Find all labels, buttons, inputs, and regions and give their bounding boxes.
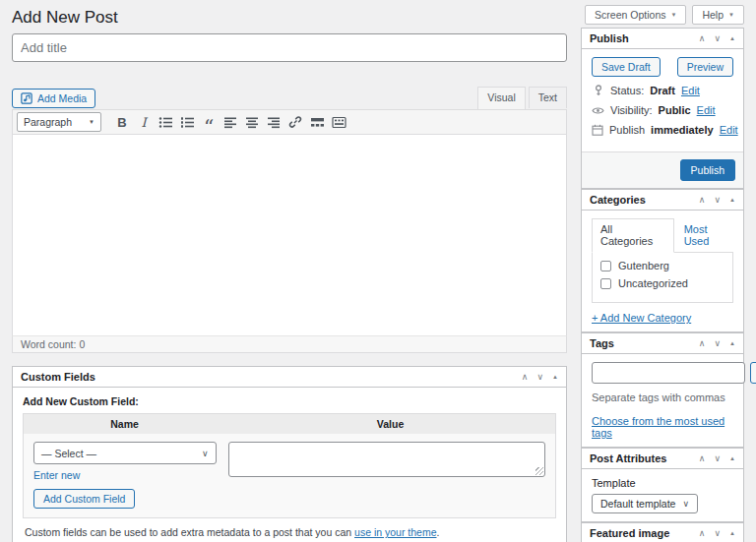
choose-most-used-tags-link[interactable]: Choose from the most used tags (592, 415, 733, 439)
custom-field-key-value: — Select — (41, 448, 96, 459)
align-right-icon (267, 116, 281, 129)
schedule-value: immediately (651, 124, 714, 136)
edit-schedule-link[interactable]: Edit (720, 124, 738, 136)
save-draft-button[interactable]: Save Draft (592, 57, 661, 77)
editor-toolbar: Paragraph ▼ B I (12, 109, 567, 135)
tab-all-categories[interactable]: All Categories (592, 218, 674, 253)
custom-field-key-select[interactable]: — Select — ∨ (33, 442, 217, 464)
add-new-category-link[interactable]: + Add New Category (592, 312, 691, 324)
media-icon (21, 92, 32, 104)
visibility-eye-icon (592, 106, 604, 115)
toggle-panel-icon[interactable]: ▲ (729, 197, 735, 203)
column-header-name: Name (24, 414, 225, 434)
align-left-button[interactable] (220, 112, 241, 132)
move-up-icon[interactable]: ∧ (699, 454, 706, 463)
align-right-button[interactable] (263, 112, 284, 132)
template-value: Default template (600, 498, 675, 510)
numbered-list-button[interactable] (176, 112, 198, 132)
help-button[interactable]: Help ▼ (692, 5, 744, 25)
post-body-content: Add Media Visual Text Paragraph ▼ B (12, 28, 567, 542)
help-label: Help (702, 9, 724, 21)
add-tag-button[interactable]: Add (750, 362, 756, 384)
edit-visibility-link[interactable]: Edit (697, 104, 716, 116)
edit-status-link[interactable]: Edit (681, 85, 700, 96)
category-item: Uncategorized (600, 277, 724, 289)
bold-button[interactable]: B (111, 112, 133, 132)
move-up-icon[interactable]: ∧ (699, 34, 706, 43)
schedule-label: Publish (609, 124, 645, 136)
category-label: Gutenberg (618, 260, 669, 271)
toggle-panel-icon[interactable]: ▲ (729, 340, 735, 346)
categories-title: Categories (590, 194, 646, 206)
move-up-icon[interactable]: ∧ (699, 196, 706, 205)
insert-link-button[interactable] (284, 112, 306, 132)
custom-field-value-textarea[interactable] (228, 442, 545, 477)
move-down-icon[interactable]: ∨ (714, 529, 721, 538)
post-status-pin-icon (592, 85, 604, 96)
publish-panel: Publish ∧ ∨ ▲ Save Draft Preview (581, 28, 744, 189)
chevron-down-icon: ▼ (728, 12, 734, 18)
featured-image-title: Featured image (590, 527, 669, 539)
category-checkbox[interactable] (600, 278, 611, 289)
publish-title: Publish (590, 32, 629, 44)
publish-footer: Publish (582, 151, 743, 188)
editor-content[interactable] (12, 135, 567, 336)
move-up-icon[interactable]: ∧ (699, 339, 706, 348)
post-title-input[interactable] (12, 33, 567, 62)
toolbar-toggle-button[interactable] (328, 112, 349, 132)
tab-text[interactable]: Text (529, 87, 567, 108)
add-new-post-screen: Add New Post Screen Options ▼ Help ▼ (0, 0, 756, 542)
chevron-down-icon: ▼ (670, 12, 676, 18)
category-checklist: Gutenberg Uncategorized (592, 252, 733, 303)
bulleted-list-icon (158, 116, 172, 129)
italic-button[interactable]: I (133, 112, 155, 132)
move-down-icon[interactable]: ∨ (536, 373, 543, 382)
visibility-value: Public (659, 104, 691, 116)
toggle-panel-icon[interactable]: ▲ (552, 374, 558, 380)
tags-title: Tags (590, 337, 614, 349)
move-down-icon[interactable]: ∨ (714, 339, 721, 348)
visibility-row: Visibility: Public Edit (592, 104, 733, 116)
tags-panel: Tags ∧ ∨ ▲ Add Separate tags with commas (581, 332, 744, 448)
page-title: Add New Post (12, 5, 118, 29)
move-down-icon[interactable]: ∨ (714, 34, 721, 43)
publish-button[interactable]: Publish (680, 159, 735, 181)
use-in-your-theme-link[interactable]: use in your theme (354, 526, 436, 538)
tab-most-used[interactable]: Most Used (684, 223, 733, 247)
align-center-icon (245, 116, 259, 129)
paragraph-format-select[interactable]: Paragraph ▼ (17, 112, 101, 132)
word-count-label: Word count: (21, 338, 76, 350)
visibility-label: Visibility: (610, 104, 653, 116)
preview-button[interactable]: Preview (677, 57, 733, 77)
enter-new-link[interactable]: Enter new (33, 469, 80, 481)
move-up-icon[interactable]: ∧ (699, 529, 706, 538)
toggle-panel-icon[interactable]: ▲ (729, 455, 735, 461)
category-checkbox[interactable] (600, 261, 611, 271)
column-header-value: Value (225, 414, 555, 434)
move-up-icon[interactable]: ∧ (522, 373, 529, 382)
tab-visual[interactable]: Visual (477, 87, 525, 109)
add-media-label: Add Media (37, 92, 87, 104)
insert-more-tag-button[interactable] (306, 112, 328, 132)
toggle-panel-icon[interactable]: ▲ (729, 530, 735, 536)
template-label: Template (592, 477, 733, 489)
numbered-list-icon (180, 116, 194, 129)
status-label: Status: (610, 85, 644, 96)
chevron-down-icon: ∨ (202, 449, 209, 458)
post-attributes-title: Post Attributes (590, 452, 666, 464)
move-down-icon[interactable]: ∨ (714, 454, 721, 463)
screen-options-button[interactable]: Screen Options ▼ (585, 5, 686, 25)
add-custom-field-button[interactable]: Add Custom Field (33, 489, 135, 509)
chevron-down-icon: ∨ (682, 499, 689, 509)
blockquote-button[interactable]: “ (198, 112, 220, 132)
toggle-panel-icon[interactable]: ▲ (729, 35, 735, 41)
move-down-icon[interactable]: ∨ (714, 196, 721, 205)
resize-grip[interactable] (536, 467, 543, 475)
screen-options-label: Screen Options (595, 9, 665, 21)
new-tag-input[interactable] (592, 362, 745, 384)
add-media-button[interactable]: Add Media (12, 89, 95, 108)
align-center-button[interactable] (241, 112, 263, 132)
bulleted-list-button[interactable] (155, 112, 176, 132)
template-select[interactable]: Default template ∨ (592, 494, 698, 513)
word-count-value: 0 (79, 338, 85, 350)
